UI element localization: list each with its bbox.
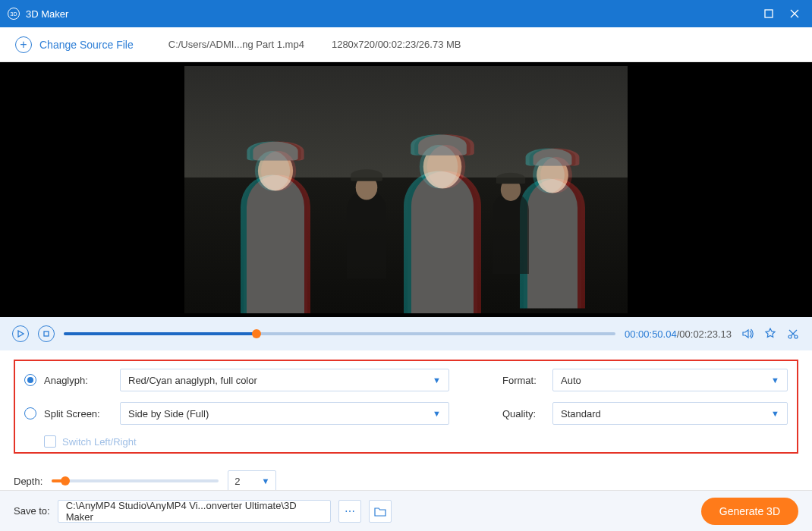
svg-rect-2 [44, 331, 49, 336]
format-label: Format: [502, 375, 545, 386]
app-title: 3D Maker [26, 8, 763, 20]
anaglyph-radio[interactable] [24, 374, 36, 386]
saveto-path-input[interactable]: C:\AnyMP4 Studio\AnyMP4 Vi...onverter Ul… [58, 500, 331, 523]
change-source-button[interactable]: + Change Source File [15, 36, 134, 53]
depth-label: Depth: [14, 476, 42, 487]
time-current: 00:00:50.04 [625, 328, 677, 340]
svg-point-3 [788, 335, 792, 338]
depth-slider[interactable] [52, 479, 219, 482]
quality-select[interactable]: Standard ▼ [552, 402, 788, 425]
highlight-box: Anaglyph: Red/Cyan anaglyph, full color … [14, 360, 798, 454]
chevron-down-icon: ▼ [771, 375, 779, 385]
quality-label: Quality: [502, 408, 545, 419]
anaglyph-select[interactable]: Red/Cyan anaglyph, full color ▼ [120, 369, 449, 391]
anaglyph-label: Anaglyph: [44, 375, 112, 386]
switch-lr-checkbox[interactable] [44, 435, 56, 448]
svg-text:3D: 3D [11, 11, 17, 17]
source-bar: + Change Source File C:/Users/ADMI...ng … [0, 27, 812, 62]
generate-3d-button[interactable]: Generate 3D [701, 498, 798, 525]
settings-panel: Anaglyph: Red/Cyan anaglyph, full color … [0, 350, 812, 460]
svg-rect-1 [765, 10, 773, 17]
chevron-down-icon: ▼ [433, 409, 441, 418]
chevron-down-icon: ▼ [433, 375, 441, 385]
change-source-label: Change Source File [39, 39, 134, 51]
source-path: C:/Users/ADMI...ng Part 1.mp4 [168, 39, 304, 50]
split-screen-label: Split Screen: [44, 408, 112, 419]
close-button[interactable] [789, 8, 800, 19]
playback-bar: 00:00:50.04/00:02:23.13 [0, 317, 812, 350]
split-screen-select[interactable]: Side by Side (Full) ▼ [120, 402, 449, 425]
preview-canvas [184, 66, 628, 313]
volume-icon[interactable] [741, 327, 754, 341]
source-meta: 1280x720/00:02:23/26.73 MB [332, 39, 461, 50]
chevron-down-icon: ▼ [261, 476, 269, 485]
open-folder-button[interactable] [369, 500, 392, 523]
format-select[interactable]: Auto ▼ [552, 369, 788, 391]
switch-lr-label: Switch Left/Right [62, 436, 137, 448]
saveto-label: Save to: [14, 505, 50, 517]
bottom-bar: Save to: C:\AnyMP4 Studio\AnyMP4 Vi...on… [0, 490, 812, 531]
play-button[interactable] [12, 325, 29, 342]
time-total: 00:02:23.13 [679, 328, 732, 340]
plus-icon: + [15, 36, 32, 53]
chevron-down-icon: ▼ [771, 409, 779, 418]
svg-point-4 [795, 335, 798, 338]
depth-value-select[interactable]: 2 ▼ [228, 470, 276, 492]
titlebar: 3D 3D Maker [0, 0, 812, 27]
stop-button[interactable] [38, 325, 55, 342]
more-button[interactable]: ⋯ [338, 500, 361, 523]
app-icon: 3D [8, 8, 20, 20]
timecode: 00:00:50.04/00:02:23.13 [625, 328, 732, 340]
split-screen-radio[interactable] [24, 407, 36, 419]
seek-slider[interactable] [64, 332, 615, 335]
snapshot-icon[interactable] [763, 327, 777, 341]
video-preview [0, 62, 812, 317]
cut-icon[interactable] [786, 327, 800, 341]
maximize-button[interactable] [763, 8, 774, 19]
